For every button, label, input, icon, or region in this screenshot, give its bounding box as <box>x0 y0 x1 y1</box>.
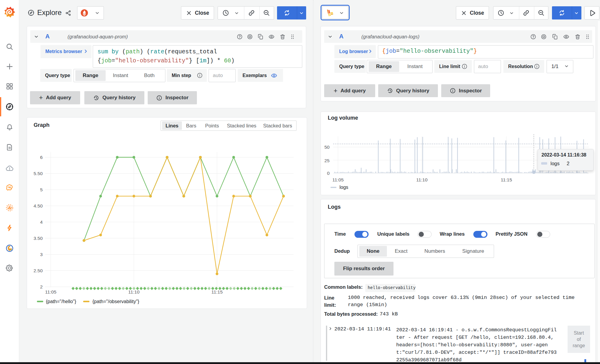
svg-text:11:05: 11:05 <box>332 177 344 182</box>
svg-text:50: 50 <box>324 145 330 150</box>
svg-text:25: 25 <box>324 158 330 163</box>
svg-text:0: 0 <box>327 171 330 176</box>
svg-text:11:15: 11:15 <box>501 177 512 182</box>
svg-text:11:10: 11:10 <box>416 177 428 182</box>
